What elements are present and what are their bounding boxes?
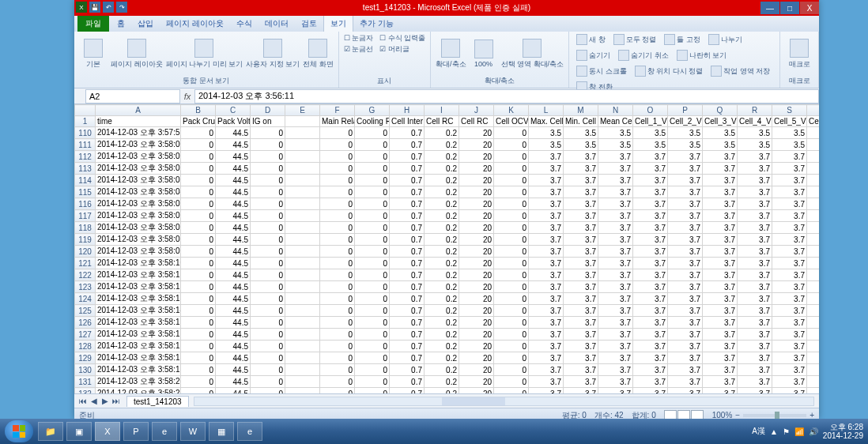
cell[interactable]: 2014-12-03 오후 3:58:01 [96,151,181,163]
cell[interactable]: 0 [251,163,285,175]
row-header[interactable]: 132 [75,388,96,394]
cell[interactable]: 20 [459,329,494,341]
ribbon-button[interactable]: 매크로 [785,39,813,70]
cell[interactable]: 44.5 [216,151,251,163]
cell[interactable]: IG on [251,116,285,127]
cell[interactable]: 0 [251,329,285,341]
cell[interactable]: 3.7 [564,317,598,329]
cell[interactable]: 0.2 [425,269,459,281]
cell[interactable]: 3.7 [807,269,820,281]
cell[interactable]: 3.7 [738,329,772,341]
cell[interactable]: Cell_6_V [807,116,820,127]
cell[interactable]: Pack Volt [216,116,251,127]
cell[interactable]: 0 [494,269,529,281]
cell[interactable]: 0.2 [425,329,459,341]
cell[interactable]: 0 [320,281,355,293]
cell[interactable]: 0.2 [425,376,459,388]
cell[interactable]: 0.2 [425,175,459,186]
cell[interactable]: 3.5 [633,127,668,139]
cell[interactable] [285,127,320,139]
cell[interactable]: 3.7 [633,376,668,388]
cell[interactable]: 0 [494,329,529,341]
cell[interactable]: 3.7 [529,329,564,341]
cell[interactable]: 3.7 [807,329,820,341]
cell[interactable]: 0 [181,305,216,317]
ribbon-checkbox[interactable]: ☐ 눈금자 [344,33,374,43]
cell[interactable]: 3.7 [564,281,598,293]
cell[interactable]: Cell_4_V [738,116,772,127]
column-header[interactable]: D [251,105,285,116]
row-header[interactable]: 124 [75,293,96,305]
column-header[interactable]: E [285,105,320,116]
cell[interactable]: 0 [320,210,355,222]
cell[interactable]: 3.7 [703,293,738,305]
cell[interactable]: Cell OCV [494,116,529,127]
cell[interactable]: 0 [181,222,216,234]
cell[interactable]: 44.5 [216,376,251,388]
row-header[interactable]: 110 [75,127,96,139]
cell[interactable]: 3.7 [772,210,807,222]
cell[interactable]: 3.7 [598,376,633,388]
cell[interactable]: 0 [320,352,355,364]
row-header[interactable]: 127 [75,329,96,341]
cell[interactable]: 0 [494,317,529,329]
cell[interactable]: 0.7 [390,329,425,341]
cell[interactable]: 0 [494,258,529,269]
ribbon-tab[interactable]: 수식 [230,16,259,32]
cell[interactable]: 0.7 [390,305,425,317]
cell[interactable]: 3.7 [703,305,738,317]
cell[interactable]: 20 [459,163,494,175]
cell[interactable]: 3.7 [633,163,668,175]
cell[interactable]: 2014-12-03 오후 3:58:08 [96,234,181,246]
cell[interactable]: 0.7 [390,376,425,388]
cell[interactable]: 3.7 [738,341,772,352]
cell[interactable]: 44.5 [216,127,251,139]
cell[interactable]: 3.7 [738,352,772,364]
taskbar-media-icon[interactable]: ▣ [66,422,92,441]
row-header[interactable]: 126 [75,317,96,329]
cell[interactable]: 0.2 [425,234,459,246]
cell[interactable]: 44.5 [216,198,251,210]
cell[interactable]: 0 [355,352,390,364]
cell[interactable]: 3.7 [807,222,820,234]
cell[interactable]: 3.7 [807,175,820,186]
ribbon-tab[interactable]: 추가 기능 [353,16,400,32]
cell[interactable]: 0 [355,198,390,210]
cell[interactable]: 3.7 [564,305,598,317]
cell[interactable]: 3.7 [598,222,633,234]
cell[interactable]: Cell RC [425,116,459,127]
cell[interactable]: 3.7 [772,293,807,305]
cell[interactable]: 3.5 [703,139,738,151]
cell[interactable]: 3.7 [703,198,738,210]
cell[interactable]: 3.7 [703,341,738,352]
cell[interactable]: 3.7 [633,234,668,246]
cell[interactable]: 44.5 [216,234,251,246]
cell[interactable]: 0 [181,210,216,222]
cell[interactable]: 0.7 [390,163,425,175]
cell[interactable]: 0 [181,234,216,246]
cell[interactable]: 3.7 [772,234,807,246]
cell[interactable]: 20 [459,281,494,293]
column-header[interactable]: K [494,105,529,116]
cell[interactable]: 0.2 [425,186,459,198]
cell[interactable]: 0 [320,364,355,376]
cell[interactable]: 3.7 [772,186,807,198]
cell[interactable]: 3.7 [772,151,807,163]
cell[interactable]: 3.7 [703,388,738,394]
cell[interactable]: Cell_1_V [633,116,668,127]
cell[interactable]: 0 [251,175,285,186]
ribbon-button[interactable]: 창 위치 다시 정렬 [632,65,706,77]
row-header[interactable]: 120 [75,246,96,258]
cell[interactable]: 3.7 [529,186,564,198]
cell[interactable]: 0 [494,139,529,151]
cell[interactable] [285,222,320,234]
cell[interactable]: 3.7 [633,210,668,222]
cell[interactable]: 3.7 [633,246,668,258]
cell[interactable]: 3.7 [633,222,668,234]
cell[interactable]: 44.5 [216,246,251,258]
cell[interactable]: 0 [320,329,355,341]
cell[interactable]: Max. Cell [529,116,564,127]
cell[interactable]: 3.7 [668,210,703,222]
cell[interactable]: 20 [459,305,494,317]
column-header[interactable]: L [529,105,564,116]
